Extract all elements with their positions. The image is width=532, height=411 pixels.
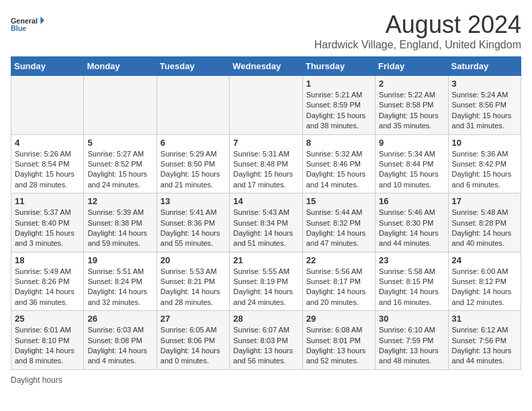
day-number: 21 [233, 255, 298, 265]
day-number: 5 [87, 138, 152, 148]
calendar-cell: 24Sunrise: 6:00 AM Sunset: 8:12 PM Dayli… [448, 252, 521, 311]
day-number: 31 [452, 314, 517, 324]
day-info: Sunrise: 5:37 AM Sunset: 8:40 PM Dayligh… [15, 208, 80, 249]
calendar-cell: 27Sunrise: 6:05 AM Sunset: 8:06 PM Dayli… [157, 311, 229, 370]
day-header-thursday: Thursday [302, 57, 375, 76]
calendar-cell: 3Sunrise: 5:24 AM Sunset: 8:56 PM Daylig… [448, 76, 521, 135]
day-info: Sunrise: 6:03 AM Sunset: 8:08 PM Dayligh… [87, 325, 152, 367]
svg-marker-2 [40, 17, 44, 24]
day-number: 1 [306, 79, 371, 89]
header: General Blue August 2024 Hardwick Villag… [11, 11, 521, 51]
day-info: Sunrise: 5:31 AM Sunset: 8:48 PM Dayligh… [233, 149, 298, 191]
calendar-table: SundayMondayTuesdayWednesdayThursdayFrid… [11, 56, 521, 370]
day-number: 8 [306, 138, 371, 148]
week-row-1: 1Sunrise: 5:21 AM Sunset: 8:59 PM Daylig… [11, 76, 521, 135]
main-title: August 2024 [314, 11, 521, 39]
day-info: Sunrise: 5:24 AM Sunset: 8:56 PM Dayligh… [452, 90, 517, 132]
logo-svg: General Blue [11, 11, 44, 38]
day-info: Sunrise: 5:44 AM Sunset: 8:32 PM Dayligh… [306, 208, 371, 249]
day-number: 16 [379, 196, 444, 206]
day-number: 9 [379, 138, 444, 148]
calendar-cell: 17Sunrise: 5:48 AM Sunset: 8:28 PM Dayli… [448, 193, 521, 253]
day-header-sunday: Sunday [11, 57, 84, 76]
day-number: 10 [452, 138, 517, 148]
calendar-cell: 31Sunrise: 6:12 AM Sunset: 7:56 PM Dayli… [448, 311, 521, 370]
day-number: 20 [161, 255, 226, 265]
day-info: Sunrise: 5:21 AM Sunset: 8:59 PM Dayligh… [306, 90, 371, 132]
calendar-cell: 25Sunrise: 6:01 AM Sunset: 8:10 PM Dayli… [11, 311, 84, 370]
day-info: Sunrise: 6:12 AM Sunset: 7:56 PM Dayligh… [452, 325, 517, 367]
calendar-cell: 1Sunrise: 5:21 AM Sunset: 8:59 PM Daylig… [302, 76, 375, 135]
calendar-cell: 15Sunrise: 5:44 AM Sunset: 8:32 PM Dayli… [302, 193, 375, 253]
calendar-cell: 7Sunrise: 5:31 AM Sunset: 8:48 PM Daylig… [230, 134, 302, 193]
calendar-cell: 9Sunrise: 5:34 AM Sunset: 8:44 PM Daylig… [375, 134, 448, 193]
day-header-saturday: Saturday [448, 57, 521, 76]
day-number: 13 [161, 196, 226, 206]
calendar-cell: 8Sunrise: 5:32 AM Sunset: 8:46 PM Daylig… [302, 134, 375, 193]
day-number: 26 [87, 314, 152, 324]
day-info: Sunrise: 5:56 AM Sunset: 8:17 PM Dayligh… [306, 267, 371, 308]
day-number: 7 [233, 138, 298, 148]
week-row-4: 18Sunrise: 5:49 AM Sunset: 8:26 PM Dayli… [11, 252, 521, 311]
week-row-5: 25Sunrise: 6:01 AM Sunset: 8:10 PM Dayli… [11, 311, 521, 370]
day-info: Sunrise: 5:36 AM Sunset: 8:42 PM Dayligh… [452, 149, 517, 191]
day-number: 27 [161, 314, 226, 324]
calendar-cell: 19Sunrise: 5:51 AM Sunset: 8:24 PM Dayli… [84, 252, 157, 311]
day-info: Sunrise: 5:34 AM Sunset: 8:44 PM Dayligh… [379, 149, 444, 191]
day-number: 12 [87, 196, 152, 206]
calendar-cell [230, 76, 302, 135]
day-info: Sunrise: 6:00 AM Sunset: 8:12 PM Dayligh… [452, 267, 517, 308]
footer: Daylight hours [11, 375, 521, 385]
calendar-cell: 11Sunrise: 5:37 AM Sunset: 8:40 PM Dayli… [11, 193, 84, 253]
day-info: Sunrise: 5:49 AM Sunset: 8:26 PM Dayligh… [15, 267, 80, 308]
day-info: Sunrise: 5:26 AM Sunset: 8:54 PM Dayligh… [15, 149, 80, 191]
calendar-cell [11, 76, 84, 135]
calendar-cell: 2Sunrise: 5:22 AM Sunset: 8:58 PM Daylig… [375, 76, 448, 135]
day-number: 4 [15, 138, 80, 148]
day-header-tuesday: Tuesday [157, 57, 229, 76]
svg-text:General: General [11, 17, 38, 25]
calendar-cell [84, 76, 157, 135]
day-number: 17 [452, 196, 517, 206]
day-number: 22 [306, 255, 371, 265]
calendar-header-row: SundayMondayTuesdayWednesdayThursdayFrid… [11, 57, 521, 76]
day-number: 6 [161, 138, 226, 148]
subtitle: Hardwick Village, England, United Kingdo… [314, 39, 521, 51]
calendar-cell: 20Sunrise: 5:53 AM Sunset: 8:21 PM Dayli… [157, 252, 229, 311]
day-info: Sunrise: 5:32 AM Sunset: 8:46 PM Dayligh… [306, 149, 371, 191]
calendar-cell [157, 76, 229, 135]
day-info: Sunrise: 5:39 AM Sunset: 8:38 PM Dayligh… [87, 208, 152, 249]
day-header-monday: Monday [84, 57, 157, 76]
calendar-cell: 21Sunrise: 5:55 AM Sunset: 8:19 PM Dayli… [230, 252, 302, 311]
calendar-cell: 23Sunrise: 5:58 AM Sunset: 8:15 PM Dayli… [375, 252, 448, 311]
day-number: 2 [379, 79, 444, 89]
day-number: 18 [15, 255, 80, 265]
calendar-cell: 26Sunrise: 6:03 AM Sunset: 8:08 PM Dayli… [84, 311, 157, 370]
day-number: 14 [233, 196, 298, 206]
day-number: 15 [306, 196, 371, 206]
logo: General Blue [11, 11, 44, 38]
day-info: Sunrise: 5:41 AM Sunset: 8:36 PM Dayligh… [161, 208, 226, 249]
day-info: Sunrise: 5:43 AM Sunset: 8:34 PM Dayligh… [233, 208, 298, 249]
calendar-cell: 30Sunrise: 6:10 AM Sunset: 7:59 PM Dayli… [375, 311, 448, 370]
calendar-cell: 12Sunrise: 5:39 AM Sunset: 8:38 PM Dayli… [84, 193, 157, 253]
day-info: Sunrise: 6:10 AM Sunset: 7:59 PM Dayligh… [379, 325, 444, 367]
day-info: Sunrise: 5:22 AM Sunset: 8:58 PM Dayligh… [379, 90, 444, 132]
calendar-cell: 22Sunrise: 5:56 AM Sunset: 8:17 PM Dayli… [302, 252, 375, 311]
day-header-friday: Friday [375, 57, 448, 76]
day-info: Sunrise: 5:53 AM Sunset: 8:21 PM Dayligh… [161, 267, 226, 308]
week-row-3: 11Sunrise: 5:37 AM Sunset: 8:40 PM Dayli… [11, 193, 521, 253]
calendar-cell: 14Sunrise: 5:43 AM Sunset: 8:34 PM Dayli… [230, 193, 302, 253]
day-number: 30 [379, 314, 444, 324]
day-info: Sunrise: 5:27 AM Sunset: 8:52 PM Dayligh… [87, 149, 152, 191]
day-header-wednesday: Wednesday [230, 57, 302, 76]
day-info: Sunrise: 6:01 AM Sunset: 8:10 PM Dayligh… [15, 325, 80, 367]
day-number: 3 [452, 79, 517, 89]
day-number: 29 [306, 314, 371, 324]
day-info: Sunrise: 5:29 AM Sunset: 8:50 PM Dayligh… [161, 149, 226, 191]
day-info: Sunrise: 5:51 AM Sunset: 8:24 PM Dayligh… [87, 267, 152, 308]
day-number: 23 [379, 255, 444, 265]
calendar-cell: 29Sunrise: 6:08 AM Sunset: 8:01 PM Dayli… [302, 311, 375, 370]
week-row-2: 4Sunrise: 5:26 AM Sunset: 8:54 PM Daylig… [11, 134, 521, 193]
calendar-cell: 28Sunrise: 6:07 AM Sunset: 8:03 PM Dayli… [230, 311, 302, 370]
